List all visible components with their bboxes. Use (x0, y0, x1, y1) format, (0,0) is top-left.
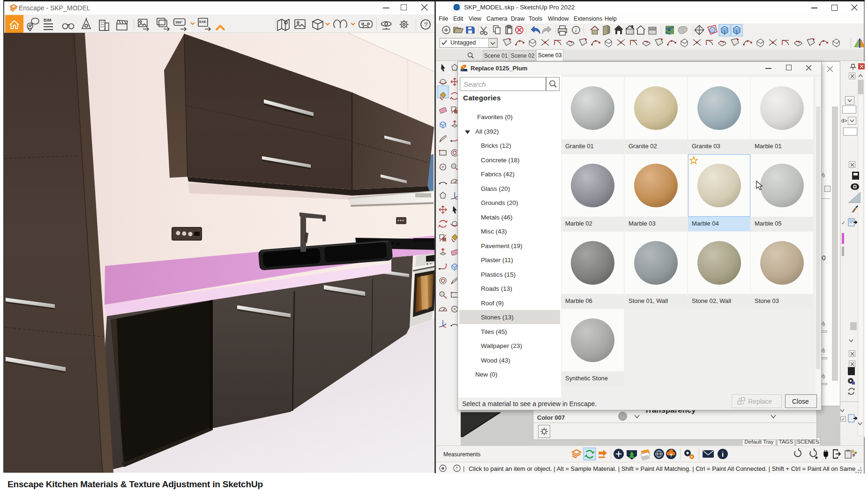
svg-text:BIM: BIM (44, 18, 52, 23)
svg-text:i: i (575, 27, 576, 34)
svg-text:EXE: EXE (199, 20, 206, 24)
svg-text:360°: 360° (175, 20, 183, 24)
svg-text:?: ? (424, 21, 427, 28)
